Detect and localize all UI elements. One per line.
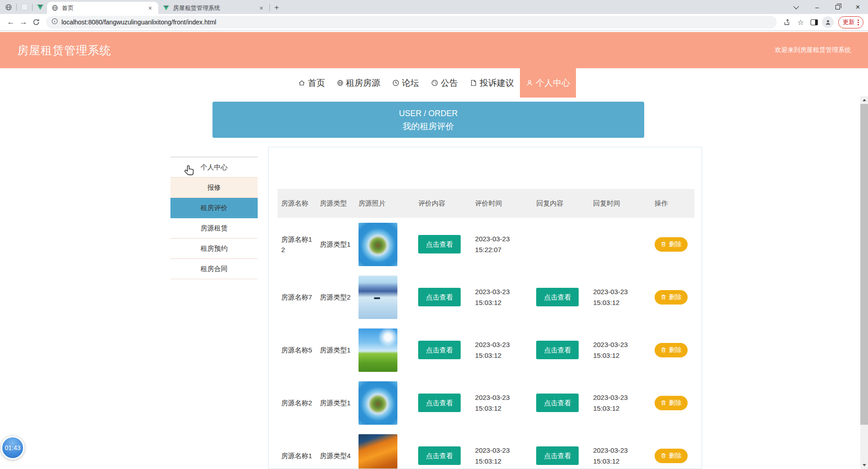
column-header: 操作 [651, 189, 695, 218]
nav-item-投诉建议[interactable]: 投诉建议 [464, 68, 520, 98]
globe-icon[interactable] [5, 3, 13, 11]
view-reply-button[interactable]: 点击查看 [536, 394, 579, 412]
delete-label: 删除 [669, 450, 682, 461]
welcome-text: 欢迎来到房屋租赁管理系统 [775, 46, 851, 54]
review-time: 2023-03-2315:22:07 [472, 218, 533, 271]
view-reply-button[interactable]: 点击查看 [536, 446, 579, 465]
divider [269, 4, 270, 11]
scroll-up-arrow-icon[interactable] [860, 96, 868, 104]
page-scrollbar[interactable] [860, 96, 868, 469]
sidebar-item-个人中心[interactable]: 个人中心 [170, 157, 258, 178]
content-panel: 房源名称房源类型房源照片评价内容评价时间回复内容回复时间操作 房源名称12房源类… [268, 147, 702, 469]
table-row: 房源名称1房源类型4点击查看2023-03-2315:03:12点击查看2023… [278, 429, 694, 469]
listing-photo[interactable] [359, 328, 397, 372]
review-time: 2023-03-2315:03:12 [472, 429, 533, 469]
delete-button[interactable]: 删除 [655, 237, 688, 252]
address-bar[interactable]: localhost:8080/fangwuzulinguanlixitong/f… [46, 16, 777, 28]
new-tab-button[interactable]: + [274, 3, 279, 12]
chrome-update-button[interactable]: 更新 [838, 16, 863, 28]
view-reply-button[interactable]: 点击查看 [536, 341, 579, 359]
nav-item-label: 个人中心 [536, 77, 570, 89]
sidebar-item-房源租赁[interactable]: 房源租赁 [170, 218, 258, 239]
bookmark-star-icon[interactable]: ☆ [794, 16, 807, 28]
reply-time [590, 218, 651, 271]
side-panel-icon[interactable] [807, 16, 821, 28]
info-icon[interactable] [52, 18, 58, 26]
nav-item-租房房源[interactable]: 租房房源 [331, 68, 386, 98]
reload-button[interactable] [30, 16, 42, 28]
view-review-button[interactable]: 点击查看 [418, 235, 461, 253]
tab-search-chevron-icon[interactable] [787, 0, 807, 14]
delete-button[interactable]: 删除 [655, 396, 688, 410]
globe-icon [52, 5, 58, 11]
tab-list: 首页×房屋租赁管理系统× [47, 0, 270, 14]
divider [16, 4, 17, 11]
menu-dots-icon[interactable] [858, 19, 859, 25]
delete-label: 删除 [669, 292, 682, 302]
main-navigation: 首页租房房源论坛公告投诉建议个人中心 [0, 68, 868, 98]
reviews-table: 房源名称房源类型房源照片评价内容评价时间回复内容回复时间操作 房源名称12房源类… [278, 189, 694, 469]
delete-button[interactable]: 删除 [655, 449, 688, 463]
view-review-button[interactable]: 点击查看 [418, 341, 461, 359]
home-icon [298, 79, 306, 87]
delete-button[interactable]: 删除 [655, 343, 688, 357]
window-controls: – × [787, 0, 868, 14]
sidebar-item-租房预约[interactable]: 租房预约 [170, 239, 258, 259]
view-review-button[interactable]: 点击查看 [418, 446, 461, 465]
recording-timer-badge: 01:43 [1, 436, 24, 460]
table-row: 房源名称2房源类型1点击查看2023-03-2315:03:12点击查看2023… [278, 376, 694, 429]
review-time: 2023-03-2315:03:12 [472, 271, 533, 324]
reviews-table-wrap: 房源名称房源类型房源照片评价内容评价时间回复内容回复时间操作 房源名称12房源类… [278, 189, 694, 469]
listing-name: 房源名称1 [278, 429, 316, 469]
sidebar-item-报修[interactable]: 报修 [170, 178, 258, 198]
blank-favicon[interactable] [20, 3, 28, 11]
share-icon[interactable] [780, 16, 794, 28]
pinned-favicons [5, 0, 44, 14]
view-review-button[interactable]: 点击查看 [418, 288, 461, 306]
browser-tab[interactable]: 首页× [47, 2, 158, 14]
column-header: 评价时间 [472, 189, 533, 218]
globe-icon [337, 80, 344, 86]
nav-item-公告[interactable]: 公告 [425, 68, 464, 98]
back-button[interactable]: ← [5, 16, 17, 28]
vue-icon[interactable] [36, 3, 44, 11]
trash-icon [660, 400, 666, 406]
view-review-button[interactable]: 点击查看 [418, 394, 461, 412]
delete-label: 删除 [669, 345, 682, 355]
browser-toolbar: ← → localhost:8080/fangwuzulinguanlixito… [0, 14, 868, 31]
nav-item-个人中心[interactable]: 个人中心 [520, 68, 576, 98]
listing-photo[interactable] [359, 223, 397, 266]
browser-tab[interactable]: 房屋租赁管理系统× [158, 2, 269, 14]
forward-button[interactable]: → [17, 16, 30, 28]
profile-avatar-icon[interactable] [821, 16, 835, 28]
nav-item-label: 公告 [441, 77, 458, 89]
palette-icon [431, 79, 439, 87]
nav-item-首页[interactable]: 首页 [292, 68, 331, 98]
nav-item-论坛[interactable]: 论坛 [386, 68, 425, 98]
restore-button[interactable] [827, 0, 848, 14]
minimize-button[interactable]: – [807, 0, 827, 14]
tab-title: 首页 [62, 4, 143, 12]
delete-button[interactable]: 删除 [655, 290, 688, 305]
listing-photo[interactable] [359, 434, 397, 469]
listing-photo[interactable] [359, 276, 397, 319]
scrollbar-thumb[interactable] [860, 104, 868, 425]
table-row: 房源名称5房源类型1点击查看2023-03-2315:03:12点击查看2023… [278, 324, 694, 376]
tab-close-icon[interactable]: × [146, 5, 154, 12]
reply-time: 2023-03-2315:03:12 [590, 271, 651, 324]
url-text[interactable]: localhost:8080/fangwuzulinguanlixitong/f… [61, 19, 216, 26]
listing-name: 房源名称2 [278, 376, 316, 429]
nav-item-label: 投诉建议 [480, 77, 514, 89]
browser-tabstrip: 首页×房屋租赁管理系统× + – × [0, 0, 868, 14]
table-row: 房源名称7房源类型2点击查看2023-03-2315:03:12点击查看2023… [278, 271, 694, 324]
sidebar-item-租房评价[interactable]: 租房评价 [170, 198, 258, 218]
listing-photo[interactable] [359, 381, 397, 425]
tab-close-icon[interactable]: × [258, 5, 265, 12]
close-window-button[interactable]: × [848, 0, 868, 14]
scroll-down-arrow-icon[interactable] [860, 461, 868, 469]
delete-label: 删除 [669, 398, 682, 408]
sidebar-item-租房合同[interactable]: 租房合同 [170, 259, 258, 279]
view-reply-button[interactable]: 点击查看 [536, 288, 579, 306]
clock-icon [392, 79, 400, 87]
table-row: 房源名称12房源类型1点击查看2023-03-2315:22:07删除 [278, 218, 694, 271]
